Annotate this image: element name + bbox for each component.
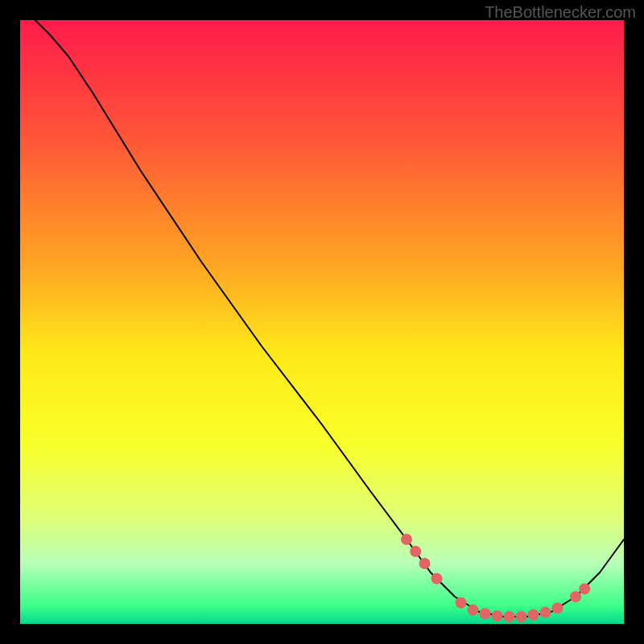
- curve-marker: [516, 611, 527, 622]
- plot-area: [20, 20, 624, 624]
- curve-marker: [540, 607, 551, 618]
- curve-marker: [401, 534, 412, 545]
- curve-marker: [419, 558, 431, 569]
- curve-marker: [579, 584, 590, 595]
- chart-container: TheBottlenecker.com: [0, 0, 644, 644]
- watermark-text: TheBottlenecker.com: [485, 3, 636, 22]
- curve-marker: [456, 597, 467, 609]
- curve-marker: [468, 605, 479, 616]
- curve-marker: [528, 609, 539, 621]
- curve-marker: [431, 573, 443, 584]
- curve-marker: [480, 608, 491, 619]
- gradient-background: [20, 20, 624, 624]
- curve-marker: [504, 611, 515, 622]
- curve-marker: [410, 546, 421, 557]
- curve-marker: [552, 603, 564, 614]
- chart-svg: [20, 20, 624, 624]
- curve-marker: [570, 591, 581, 602]
- curve-marker: [492, 610, 503, 621]
